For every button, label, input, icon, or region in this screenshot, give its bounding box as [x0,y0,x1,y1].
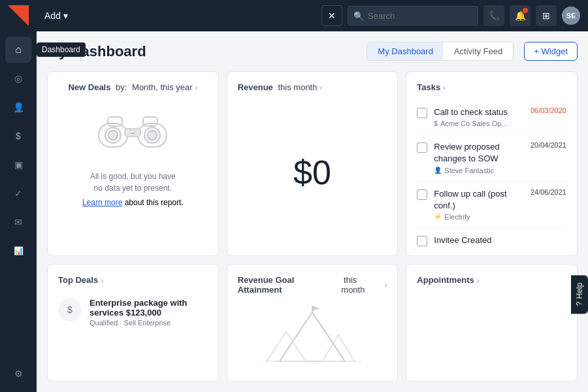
revenue-goal-period: this month [341,275,382,295]
tasks-icon: ✓ [14,188,22,199]
appointments-title-text: Appointments [417,275,474,285]
task-checkbox-3[interactable] [417,189,427,200]
user-avatar[interactable]: SE [562,7,580,25]
tab-my-dashboard[interactable]: My Dashboard [367,42,444,60]
task-sub-icon-3: ⚡ [434,213,442,220]
task-date-3: 24/06/2021 [531,188,566,196]
close-icon-button[interactable]: ✕ [321,5,342,26]
task-title-4: Invitee Created [434,235,566,246]
task-sub-text-1: Acme Co Sales Op... [440,120,508,127]
revenue-card: Revenue this month › $0 [227,71,399,256]
help-label: Help [575,283,584,299]
tab-group: My Dashboard Activity Feed [367,42,514,61]
page-header: My Dashboard My Dashboard Activity Feed … [47,42,578,61]
sidebar-item-settings[interactable]: ⚙ [5,361,31,387]
task-checkbox-2[interactable] [417,142,427,153]
dashboard-grid: New Deals by: Month, this year › [47,71,578,382]
revenue-goal-prefix: Revenue Goal Attainment [238,275,339,295]
new-deals-title: New Deals by: Month, this year › [68,82,197,92]
revenue-chevron-icon: › [319,84,322,91]
avatar-initials: SE [566,12,576,20]
svg-point-6 [108,131,118,140]
search-input[interactable] [368,11,472,21]
sidebar-item-contacts[interactable]: 👤 [5,94,31,120]
revenue-period: this month [276,82,318,92]
sidebar-item-target[interactable]: ◎ [5,65,31,91]
task-sub-icon-1: $ [434,120,438,127]
deals-icon: ▣ [14,159,23,170]
revenue-title: Revenue this month › [238,82,387,92]
home-icon: ⌂ [15,44,22,56]
revenue-amount: $0 [238,100,387,245]
add-button[interactable]: Add ▾ [39,8,73,24]
close-icon: ✕ [328,10,336,21]
task-title-3: Follow up call (post conf.) [434,188,524,212]
page-title: My Dashboard [47,43,356,60]
sidebar-item-finance[interactable]: $ [5,123,31,149]
svg-point-8 [148,131,157,140]
revenue-goal-title: Revenue Goal Attainment this month › [238,275,387,295]
task-date-2: 20/04/2021 [531,141,566,149]
top-deals-title: Top Deals › [58,275,208,285]
deal-name: Enterprise package with services $123,00… [90,298,208,318]
sidebar-item-deals[interactable]: ▣ [5,152,31,178]
task-content-3: Follow up call (post conf.) ⚡ Electrify [434,188,524,221]
main-layout: ⌂ Dashboard ◎ 👤 $ ▣ ✓ ✉ 📊 ⚙ My D [0,31,588,392]
svg-line-11 [133,130,134,131]
sidebar-item-tasks[interactable]: ✓ [5,180,31,206]
tasks-title: Tasks › [417,82,566,92]
tasks-title-text: Tasks [417,82,440,92]
mountain-svg [260,302,365,368]
contacts-icon: 👤 [13,102,24,112]
new-deals-by: by: [113,82,129,92]
task-sub-3: ⚡ Electrify [434,213,524,221]
sidebar-item-home[interactable]: ⌂ Dashboard [5,37,31,63]
top-deals-chevron-icon: › [101,276,103,284]
svg-marker-13 [267,332,306,361]
phone-icon-button[interactable]: 📞 [483,5,504,26]
top-nav: Add ▾ ✕ 🔍 📞 🔔 ⊞ SE [0,0,588,31]
task-checkbox-4[interactable] [417,236,427,246]
appointments-title: Appointments › [417,275,566,285]
task-sub-2: 👤 Steve Fantastic [434,167,524,174]
messages-icon: ✉ [14,217,22,227]
help-button[interactable]: ? Help [571,275,588,314]
sidebar: ⌂ Dashboard ◎ 👤 $ ▣ ✓ ✉ 📊 ⚙ [0,31,37,392]
task-sub-text-3: Electrify [444,213,470,221]
learn-more-link[interactable]: Learn more [82,198,122,207]
task-checkbox-1[interactable] [417,108,427,118]
mountain-illustration [238,302,387,370]
task-date-1: 06/03/2020 [531,106,566,114]
binoculars-svg [93,110,172,159]
task-sub-1: $ Acme Co Sales Op... [434,120,524,127]
sidebar-item-messages[interactable]: ✉ [5,209,31,235]
deal-icon-symbol: $ [67,304,73,315]
reports-icon: 📊 [14,246,24,255]
top-deals-title-text: Top Deals [58,275,98,285]
task-item: Review proposed changes to SOW 👤 Steve F… [417,135,566,181]
app-logo [8,5,29,26]
tasks-card: Tasks › Call to check status $ Acme Co S… [406,71,578,256]
task-title-1: Call to check status [434,106,524,118]
tab-activity-feed[interactable]: Activity Feed [444,42,513,60]
task-sub-icon-2: 👤 [434,167,442,174]
grid-icon-button[interactable]: ⊞ [536,5,557,26]
revenue-title-prefix: Revenue [238,82,273,92]
target-icon: ◎ [14,73,22,84]
learn-more-suffix: about this report. [125,198,184,207]
revenue-goal-chevron-icon: › [385,281,387,289]
new-deals-period: Month, this year [132,82,193,92]
notification-bell-button[interactable]: 🔔 [510,5,531,26]
learn-more-text: Learn more about this report. [82,198,184,207]
task-content-4: Invitee Created [434,235,566,246]
sidebar-item-reports[interactable]: 📊 [5,238,31,264]
appointments-chevron-icon: › [477,276,480,284]
top-deals-entry: $ Enterprise package with services $123,… [58,293,208,332]
task-content-1: Call to check status $ Acme Co Sales Op.… [434,106,524,127]
task-sub-text-2: Steve Fantastic [444,167,494,174]
task-content-2: Review proposed changes to SOW 👤 Steve F… [434,141,524,174]
new-deals-title-prefix: New Deals [68,82,110,92]
add-label: Add [44,10,61,21]
add-widget-button[interactable]: + Widget [524,42,578,61]
search-bar: 🔍 [348,6,478,25]
